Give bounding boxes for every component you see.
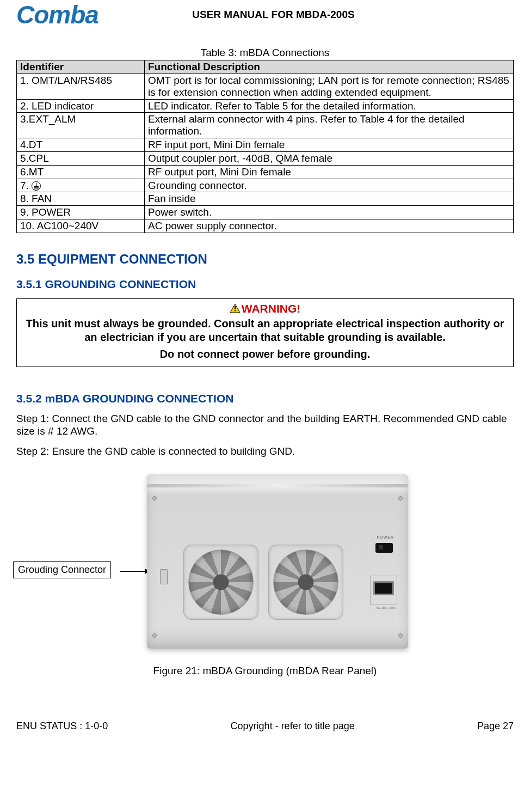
footer-copyright: Copyright - refer to title page [231, 721, 355, 732]
section-3-5-2-heading: 3.5.2 mBDA GROUNDING CONNECTION [16, 392, 514, 405]
table-row: 9. POWERPower switch. [17, 206, 514, 219]
cell-id: 3.EXT_ALM [17, 113, 145, 138]
figure-21: Grouding Connector POWER AC 100~240V [16, 474, 514, 665]
power-label: POWER [377, 535, 394, 539]
cell-desc: External alarm connector with 4 pins. Re… [145, 113, 514, 138]
ground-connector-icon [160, 569, 168, 584]
doc-title: USER MANUAL FOR MBDA-200S [98, 9, 448, 21]
page-footer: ENU STATUS : 1-0-0 Copyright - refer to … [16, 721, 514, 743]
table-row: 4.DTRF input port, Mini Din female [17, 138, 514, 152]
fan-icon [188, 550, 254, 615]
cell-id: 1. OMT/LAN/RS485 [17, 74, 145, 99]
footer-page: Page 27 [477, 721, 514, 732]
power-switch-icon [375, 543, 393, 553]
cell-id: 9. POWER [17, 206, 145, 219]
cell-desc: OMT port is for local commissioning; LAN… [145, 74, 514, 99]
table-row: 8. FANFan inside [17, 192, 514, 206]
table-row: 3.EXT_ALMExternal alarm connector with 4… [17, 113, 514, 138]
cell-id: 5.CPL [17, 151, 145, 165]
step-2-text: Step 2: Ensure the GND cable is connecte… [16, 445, 514, 458]
cell-desc: RF input port, Mini Din female [145, 138, 514, 152]
page-header: Comba USER MANUAL FOR MBDA-200S [16, 0, 514, 27]
cell-id: 7. [17, 179, 145, 192]
table3-header-identifier: Identifier [17, 60, 145, 74]
cell-desc: LED indicator. Refer to Table 5 for the … [145, 99, 514, 113]
table-row: 1. OMT/LAN/RS485OMT port is for local co… [17, 74, 514, 99]
table-row: 6.MTRF output port, Mini Din female [17, 165, 514, 179]
cell-id: 4.DT [17, 138, 145, 152]
step-1-text: Step 1: Connect the GND cable to the GND… [16, 413, 514, 438]
cell-id: 6.MT [17, 165, 145, 179]
ac-label: AC 100~240V [375, 606, 396, 609]
section-3-5-heading: 3.5 EQUIPMENT CONNECTION [16, 252, 514, 267]
cell-id: 8. FAN [17, 192, 145, 206]
cell-id: 10. AC100~240V [17, 219, 145, 233]
table-row: 2. LED indicatorLED indicator. Refer to … [17, 99, 514, 113]
table-row: 7. Grounding connector. [17, 179, 514, 192]
table-row: 5.CPLOutput coupler port, -40dB, QMA fem… [17, 151, 514, 165]
callout-label: Grouding Connector [13, 561, 111, 578]
warning-heading: WARNING! [24, 302, 506, 316]
device-rear-panel-image: POWER AC 100~240V [147, 474, 408, 649]
cell-id: 2. LED indicator [17, 99, 145, 113]
ac-inlet-icon [373, 581, 394, 595]
cell-desc: Grounding connector. [145, 179, 514, 192]
warning-line2: Do not connect power before grounding. [24, 347, 506, 361]
table3-header-description: Functional Description [145, 60, 514, 74]
warning-icon [230, 303, 241, 316]
warning-box: WARNING! This unit must always be ground… [16, 298, 514, 367]
table-row: 10. AC100~240VAC power supply connector. [17, 219, 514, 233]
brand-logo: Comba [16, 2, 98, 27]
section-3-5-1-heading: 3.5.1 GROUNDING CONNECTION [16, 278, 514, 291]
table3: Identifier Functional Description 1. OMT… [16, 60, 514, 233]
cell-desc: AC power supply connector. [145, 219, 514, 233]
fan-icon [273, 550, 338, 615]
ground-icon [32, 181, 41, 191]
cell-desc: Output coupler port, -40dB, QMA female [145, 151, 514, 165]
footer-status: ENU STATUS : 1-0-0 [16, 721, 108, 732]
warning-label: WARNING! [242, 302, 301, 315]
cell-desc: RF output port, Mini Din female [145, 165, 514, 179]
cell-desc: Fan inside [145, 192, 514, 206]
cell-desc: Power switch. [145, 206, 514, 219]
figure-21-caption: Figure 21: mBDA Grounding (mBDA Rear Pan… [16, 665, 514, 677]
warning-line1: This unit must always be grounded. Consu… [24, 317, 506, 344]
svg-rect-1 [235, 306, 236, 309]
table3-caption: Table 3: mBDA Connections [16, 47, 514, 59]
svg-rect-2 [235, 310, 236, 312]
